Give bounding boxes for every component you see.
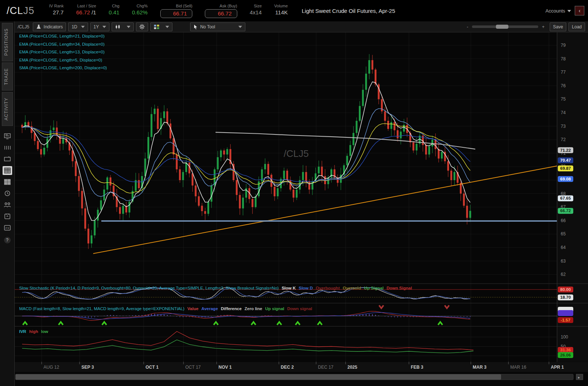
- chart-style-dropdown[interactable]: [112, 22, 134, 31]
- list-icon[interactable]: [3, 143, 12, 152]
- svg-text:65: 65: [561, 231, 566, 236]
- price-chart[interactable]: /CLJ579787776757473727170696867666564636…: [15, 32, 588, 386]
- svg-text:OCT 17: OCT 17: [185, 365, 201, 370]
- layout-dropdown[interactable]: [150, 22, 172, 31]
- svg-text:/CLJ5: /CLJ5: [284, 148, 309, 159]
- svg-text:▸: ▸: [578, 375, 580, 379]
- quote-field: IV Rank27.7: [49, 4, 64, 15]
- chevron-down-icon: [567, 10, 571, 12]
- svg-text:78: 78: [561, 56, 566, 62]
- scrollbar-thumb[interactable]: [15, 374, 501, 380]
- help-icon[interactable]: ?: [4, 237, 11, 243]
- svg-text:71.22: 71.22: [560, 148, 571, 152]
- toolbar-symbol-label: /CLJ5: [18, 24, 29, 29]
- quote-field-label: Size: [254, 4, 262, 8]
- quote-field-value: 66.72: [205, 9, 237, 18]
- svg-text:FX: FX: [6, 227, 10, 230]
- svg-text:75: 75: [561, 96, 566, 102]
- quote-field-value: 4x14: [250, 9, 262, 15]
- candlestick-icon: [115, 24, 121, 29]
- accounts-dropdown[interactable]: Accounts: [546, 8, 571, 14]
- quote-field: Chg%0.62%: [132, 4, 148, 15]
- chart-icon[interactable]: [3, 166, 12, 175]
- svg-text:62: 62: [561, 272, 566, 277]
- calendar-icon[interactable]: [3, 212, 12, 221]
- svg-text:66.72: 66.72: [560, 208, 571, 213]
- drawing-tool-dropdown[interactable]: No Tool: [190, 22, 245, 31]
- chevron-down-icon: [127, 26, 130, 28]
- left-sidebar: POSITIONS TRADE ACTIVITY FX ?: [0, 21, 15, 386]
- quote-field-label: Chg: [112, 4, 119, 8]
- svg-text:MAR 3: MAR 3: [473, 365, 487, 370]
- history-clock-icon[interactable]: [3, 189, 12, 198]
- symbol-title: /CLJ5: [7, 5, 35, 17]
- svg-text:OCT 1: OCT 1: [146, 365, 159, 370]
- svg-text:77: 77: [561, 70, 566, 75]
- news-monitor-icon[interactable]: [3, 132, 12, 141]
- quote-field: Chg0.41: [109, 4, 119, 15]
- zoom-slider-thumb[interactable]: [496, 25, 508, 29]
- svg-text:NOV 1: NOV 1: [218, 365, 232, 370]
- zoom-slider[interactable]: [472, 25, 538, 28]
- cursor-icon: [193, 24, 198, 29]
- chart-toolbar: /CLJ5 Indicators 1D 1Y No Tool: [15, 21, 588, 32]
- svg-text:AUG 12: AUG 12: [43, 365, 59, 370]
- svg-text:FEB 3: FEB 3: [411, 365, 423, 370]
- svg-text:DEC 2: DEC 2: [281, 365, 294, 370]
- collapse-panel-button[interactable]: ‹: [575, 6, 584, 15]
- svg-text:73: 73: [561, 124, 566, 129]
- svg-text:-1.57: -1.57: [561, 318, 570, 322]
- sidebar-tab-positions[interactable]: POSITIONS: [2, 23, 13, 61]
- save-button[interactable]: Save: [550, 22, 566, 31]
- timeframe-dropdown[interactable]: 1D: [68, 22, 88, 31]
- quote-field-value: 0.41: [109, 9, 119, 15]
- svg-text:100: 100: [561, 334, 568, 340]
- quote-field[interactable]: Bid (Sell)66.71: [160, 4, 193, 18]
- sidebar-tab-trade[interactable]: TRADE: [2, 63, 13, 91]
- svg-text:26.06: 26.06: [560, 353, 571, 357]
- grid-icon[interactable]: [3, 178, 12, 186]
- sidebar-tab-activity[interactable]: ACTIVITY: [2, 92, 13, 126]
- indicators-button[interactable]: Indicators: [33, 22, 66, 31]
- chart-canvas-area[interactable]: /CLJ579787776757473727170696867666564636…: [15, 32, 588, 386]
- quote-field-value: 27.7: [53, 9, 64, 15]
- quote-fields: IV Rank27.7Last / Size66.72 /1Chg0.41Chg…: [49, 4, 300, 18]
- quote-field-value: 0.62%: [132, 9, 148, 15]
- quote-field-value: 66.71: [160, 9, 193, 18]
- chart-settings-button[interactable]: [136, 22, 148, 31]
- quote-field: Volume114K: [274, 4, 288, 15]
- svg-text:DEC 17: DEC 17: [318, 365, 333, 370]
- svg-text:66: 66: [561, 218, 566, 223]
- svg-text:69.08: 69.08: [560, 177, 571, 181]
- quote-field-value: 66.72 /1: [76, 9, 96, 15]
- chevron-down-icon: [102, 26, 106, 28]
- tv-icon[interactable]: [3, 155, 12, 164]
- svg-text:63: 63: [561, 259, 566, 264]
- quote-field-label: Bid (Sell): [176, 4, 193, 8]
- svg-text:74: 74: [561, 110, 566, 115]
- quote-field-label: IV Rank: [49, 4, 64, 8]
- quote-field-value: 114K: [275, 9, 288, 15]
- quote-field[interactable]: Ask (Buy)66.72: [205, 4, 237, 18]
- load-button[interactable]: Load: [568, 22, 585, 31]
- gear-icon: [139, 24, 145, 29]
- svg-text:69.87: 69.87: [560, 166, 571, 171]
- svg-text:70.47: 70.47: [560, 158, 571, 162]
- svg-text:76: 76: [561, 83, 566, 88]
- quote-field-label: Ask (Buy): [220, 4, 237, 8]
- chevron-down-icon: [238, 26, 242, 28]
- community-icon[interactable]: [3, 200, 12, 209]
- quote-field-label: Chg%: [137, 4, 148, 8]
- chevron-down-icon: [165, 26, 169, 28]
- fx-icon[interactable]: FX: [3, 223, 12, 232]
- svg-text:79: 79: [561, 43, 566, 48]
- chevron-down-icon: [81, 26, 85, 28]
- instrument-description: Light Sweet Crude Oil Futures, Apr-25: [302, 8, 395, 14]
- quote-header: /CLJ5 IV Rank27.7Last / Size66.72 /1Chg0…: [0, 0, 588, 21]
- range-dropdown[interactable]: 1Y: [90, 22, 110, 31]
- quote-field: Size4x14: [250, 4, 262, 15]
- svg-text:80.00: 80.00: [560, 287, 571, 292]
- zoom-in-label[interactable]: +: [542, 24, 545, 29]
- zoom-out-label[interactable]: -: [467, 24, 468, 29]
- svg-text:APR 1: APR 1: [551, 365, 564, 370]
